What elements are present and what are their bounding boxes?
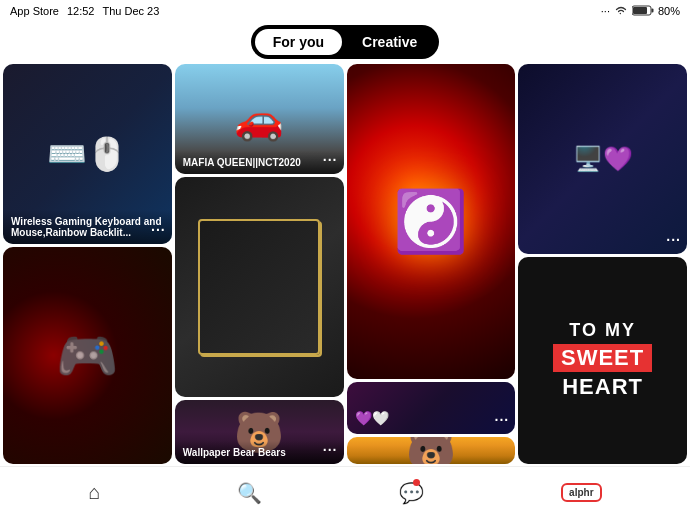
sweet-heart-to-my: TO MY (553, 321, 652, 341)
hearts-emoji: 💜🤍 (355, 410, 389, 426)
tab-for-you[interactable]: For you (255, 29, 342, 55)
card-yin-yang[interactable] (347, 64, 516, 379)
card-bear-keychain[interactable]: 🐻 (347, 437, 516, 464)
content-grid: Wireless Gaming Keyboard and Mouse,Rainb… (0, 62, 690, 466)
nav-message[interactable]: 💬 (399, 481, 424, 505)
message-icon: 💬 (399, 481, 424, 505)
app-store-label: App Store (10, 5, 59, 17)
date-label: Thu Dec 23 (102, 5, 159, 17)
card-sweet-heart[interactable]: TO MY SWEET HEART (518, 257, 687, 464)
svg-rect-1 (651, 8, 653, 12)
message-notification-dot (413, 479, 420, 486)
card-gaming-setup[interactable]: ··· (518, 64, 687, 254)
search-icon: 🔍 (237, 481, 262, 505)
card-bear-menu[interactable]: ··· (323, 442, 338, 458)
nav-search[interactable]: 🔍 (237, 481, 262, 505)
card-car-menu[interactable]: ··· (323, 152, 338, 168)
battery-percent: 80% (658, 5, 680, 17)
battery-icon (632, 5, 654, 18)
card-keyboard-menu[interactable]: ··· (151, 222, 166, 238)
nav-home[interactable]: ⌂ (88, 481, 100, 504)
status-bar: App Store 12:52 Thu Dec 23 ··· 80% (0, 0, 690, 22)
bottom-nav: ⌂ 🔍 💬 alphr (0, 466, 690, 518)
profile-label[interactable]: alphr (561, 483, 601, 502)
column-4: ··· TO MY SWEET HEART (518, 64, 687, 464)
card-hearts[interactable]: 💜🤍 ··· (347, 382, 516, 434)
svg-rect-2 (633, 7, 647, 14)
card-gaming-setup-menu[interactable]: ··· (666, 232, 681, 248)
dots-label: ··· (601, 5, 610, 17)
column-2: MAFIA QUEEN||NCT2020 ··· Wallpaper Bear … (175, 64, 344, 464)
card-keyboard[interactable]: Wireless Gaming Keyboard and Mouse,Rainb… (3, 64, 172, 244)
column-1: Wireless Gaming Keyboard and Mouse,Rainb… (3, 64, 172, 464)
sweet-heart-sweet: SWEET (553, 344, 652, 372)
wifi-icon (614, 5, 628, 17)
card-controller[interactable] (3, 247, 172, 464)
top-nav: For you Creative (0, 22, 690, 62)
tab-creative[interactable]: Creative (344, 29, 435, 55)
card-car-label: MAFIA QUEEN||NCT2020 (175, 151, 344, 174)
tab-pill: For you Creative (251, 25, 440, 59)
home-icon: ⌂ (88, 481, 100, 504)
column-3: 💜🤍 ··· 🐻 (347, 64, 516, 464)
card-bear[interactable]: Wallpaper Bear Bears ··· (175, 400, 344, 464)
card-keyboard-label: Wireless Gaming Keyboard and Mouse,Rainb… (3, 210, 172, 244)
card-bear-label: Wallpaper Bear Bears (175, 441, 344, 464)
card-hearts-menu[interactable]: ··· (495, 412, 510, 428)
card-business[interactable] (175, 177, 344, 397)
time-label: 12:52 (67, 5, 95, 17)
nav-profile[interactable]: alphr (561, 483, 601, 502)
card-car[interactable]: MAFIA QUEEN||NCT2020 ··· (175, 64, 344, 174)
sweet-heart-heart: HEART (553, 375, 652, 399)
